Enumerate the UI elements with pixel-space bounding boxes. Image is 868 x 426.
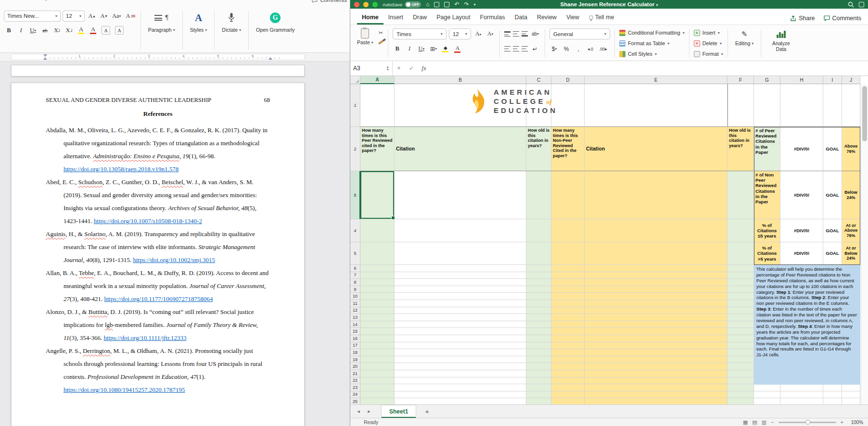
- currency-button[interactable]: $▾: [549, 44, 559, 54]
- cell[interactable]: [360, 370, 395, 377]
- cell[interactable]: [360, 300, 395, 307]
- sheet-nav-left-icon[interactable]: ◂: [355, 408, 362, 414]
- character-shading-button[interactable]: A: [100, 25, 112, 36]
- page-break-view-icon[interactable]: ▥: [762, 419, 766, 426]
- font-name-select[interactable]: Times New... ▾: [4, 11, 61, 22]
- cell[interactable]: [395, 363, 526, 370]
- sheet-tab-sheet1[interactable]: Sheet1: [381, 405, 416, 418]
- cell[interactable]: [585, 356, 728, 363]
- cell[interactable]: [754, 384, 780, 391]
- cell[interactable]: [360, 384, 395, 391]
- align-right-icon[interactable]: [522, 46, 528, 51]
- row-header[interactable]: 24: [350, 391, 360, 399]
- cell[interactable]: [780, 84, 823, 127]
- word-comments-button[interactable]: Comments: [312, 0, 347, 3]
- cell[interactable]: [728, 265, 754, 272]
- row-header[interactable]: 9: [350, 286, 360, 293]
- cell[interactable]: [360, 377, 395, 385]
- zoom-slider[interactable]: [779, 422, 836, 423]
- row-header[interactable]: 19: [350, 356, 360, 363]
- cell[interactable]: [728, 84, 754, 127]
- cell[interactable]: [551, 356, 585, 363]
- cell[interactable]: [551, 293, 585, 300]
- cell[interactable]: [526, 286, 551, 293]
- comments-button[interactable]: Comments: [824, 15, 861, 22]
- cell[interactable]: [728, 342, 754, 350]
- cell[interactable]: [395, 349, 526, 356]
- cell[interactable]: [823, 398, 842, 404]
- cell[interactable]: [551, 265, 585, 272]
- row-header[interactable]: 3: [350, 171, 360, 219]
- insert-cells-button[interactable]: + Insert▾: [694, 28, 723, 38]
- doi-link[interactable]: https://doi.org/10.1177/1069072718758064: [104, 295, 213, 302]
- cell-styles-button[interactable]: Cell Styles▾: [619, 50, 685, 59]
- cell[interactable]: [551, 321, 585, 328]
- delete-cells-button[interactable]: × Delete▾: [694, 39, 723, 48]
- hanging-indent-marker[interactable]: [43, 57, 47, 60]
- save-icon[interactable]: [434, 2, 439, 7]
- bold-button[interactable]: B: [393, 44, 402, 54]
- cell[interactable]: [823, 384, 842, 391]
- character-border-button[interactable]: A: [114, 25, 125, 36]
- tab-formulas[interactable]: Formulas: [475, 14, 510, 25]
- cell[interactable]: [585, 279, 728, 286]
- cell[interactable]: [823, 84, 842, 127]
- cell-i5[interactable]: GOAL: [823, 242, 842, 265]
- cell[interactable]: [526, 265, 551, 272]
- cell[interactable]: [780, 398, 823, 404]
- cell[interactable]: [395, 321, 526, 328]
- cell[interactable]: [585, 286, 728, 293]
- row-header[interactable]: 22: [350, 377, 360, 385]
- cell[interactable]: [395, 391, 526, 399]
- cell[interactable]: [823, 391, 842, 399]
- cell-g3[interactable]: # of Non Peer Reviewed Citations in the …: [754, 171, 780, 219]
- cell[interactable]: [728, 391, 754, 399]
- cell[interactable]: [395, 293, 526, 300]
- cell[interactable]: [728, 335, 754, 342]
- font-color-button[interactable]: A: [88, 25, 98, 36]
- cell[interactable]: [551, 272, 585, 279]
- cell[interactable]: [754, 398, 780, 404]
- cell[interactable]: [526, 171, 551, 219]
- grow-font-button[interactable]: A▴: [87, 11, 97, 22]
- cell[interactable]: [395, 307, 526, 314]
- cell[interactable]: [551, 314, 585, 321]
- paragraph-group-button[interactable]: ¶ Paragraph▾: [145, 9, 179, 51]
- cell[interactable]: [551, 342, 585, 350]
- font-size-select[interactable]: 12 ▾: [63, 11, 85, 22]
- row-header[interactable]: 6: [350, 265, 360, 272]
- underline-button[interactable]: U▾: [417, 44, 426, 54]
- cell[interactable]: [395, 356, 526, 363]
- cell-a2[interactable]: How many times is this Peer Reviewed cit…: [360, 127, 395, 171]
- cell[interactable]: [728, 398, 754, 404]
- font-name-select[interactable]: Times▾: [393, 28, 447, 39]
- cell[interactable]: [360, 356, 395, 363]
- cell[interactable]: [754, 391, 780, 399]
- cell[interactable]: [551, 286, 585, 293]
- column-header[interactable]: B: [395, 76, 526, 84]
- cell[interactable]: [728, 384, 754, 391]
- name-box-stepper[interactable]: ▲▼: [386, 65, 389, 71]
- app-grid-icon[interactable]: [859, 2, 864, 7]
- column-header[interactable]: J: [842, 76, 860, 84]
- tab-insert[interactable]: Insert: [383, 14, 408, 25]
- cell[interactable]: [551, 398, 585, 404]
- cell[interactable]: [728, 321, 754, 328]
- search-icon[interactable]: [848, 1, 854, 8]
- italic-button[interactable]: I: [16, 25, 26, 36]
- cell[interactable]: [551, 279, 585, 286]
- align-bottom-icon[interactable]: [522, 31, 528, 37]
- column-header[interactable]: E: [585, 76, 728, 84]
- cell[interactable]: [395, 300, 526, 307]
- ruler[interactable]: 123456: [0, 53, 350, 62]
- cell[interactable]: [360, 286, 395, 293]
- collapse-ribbon-icon[interactable]: ⌃: [44, 0, 48, 4]
- cell[interactable]: [395, 384, 526, 391]
- cell[interactable]: [842, 391, 860, 399]
- cell[interactable]: [360, 279, 395, 286]
- document-page[interactable]: SEXUAL AND GENDER DIVERSE AUTHENTIC LEAD…: [11, 83, 305, 426]
- instructions-note[interactable]: This calculator will help you determine …: [754, 265, 860, 385]
- cut-button[interactable]: ✂: [378, 29, 383, 36]
- zoom-in-icon[interactable]: +: [841, 419, 843, 425]
- cell[interactable]: [395, 279, 526, 286]
